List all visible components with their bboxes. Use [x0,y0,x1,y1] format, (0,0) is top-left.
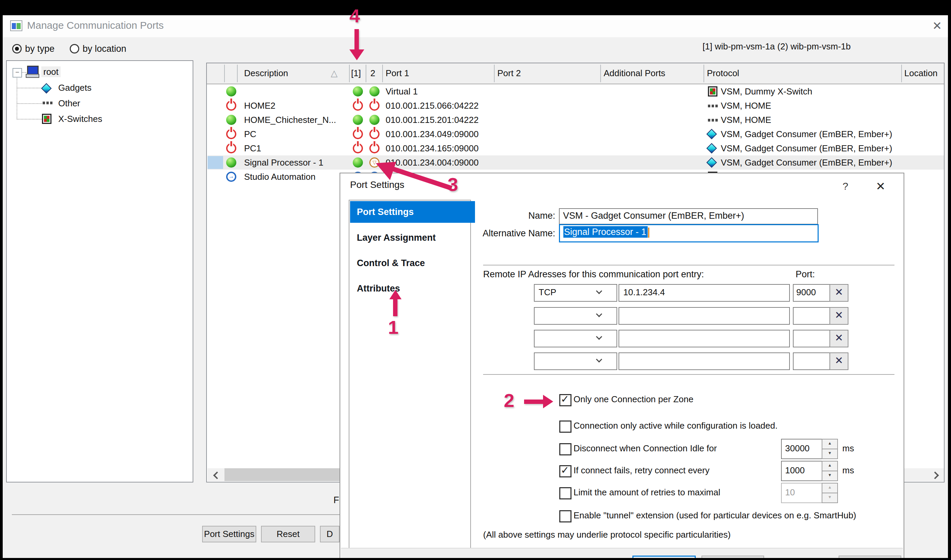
name-label: Name: [442,211,555,221]
ip-address-field[interactable] [619,307,790,325]
row-protocol-icon [708,105,718,108]
row-protocol: VSM, HOME [721,98,910,113]
port-field[interactable] [793,307,830,325]
col-backup-server[interactable]: 2 [370,63,375,83]
tree-item-root[interactable]: root [41,66,61,77]
col-description[interactable]: Description [244,63,288,83]
disconnect-idle-checkbox[interactable] [559,443,571,455]
table-row[interactable]: PC1 010.001.234.165:09000 VSM, Gadget Co… [208,141,944,155]
tree-collapse-toggle[interactable]: − [12,68,22,77]
row-backup-status-icon [369,86,380,97]
row-protocol: VSM, Gadget Consumer (EmBER, Ember+) [721,141,910,155]
protocol-select[interactable] [534,307,617,325]
nav-attributes[interactable]: Attributes [350,278,475,299]
col-location[interactable]: Location [904,63,937,83]
col-additional-ports[interactable]: Additional Ports [604,63,665,83]
max-retries-spin-buttons[interactable]: ▲▼ [822,483,837,502]
scroll-right-button[interactable] [928,468,944,481]
name-field[interactable]: VSM - Gadget Consumer (EmBER, Ember+) [559,208,818,225]
tree-item-gadgets[interactable]: Gadgets [58,82,91,93]
connection-only-active-label: Connection only active while configurati… [574,420,778,431]
table-row[interactable]: PC 010.001.234.049:09000 VSM, Gadget Con… [208,127,944,141]
separator-line [483,265,894,265]
row-protocol-icon [708,86,717,97]
dialog-close-button[interactable]: ✕ [873,178,889,194]
sort-ascending-icon[interactable]: △ [331,68,337,78]
row-backup-status-icon [369,129,380,139]
port-field[interactable] [793,352,830,370]
protocol-select[interactable] [534,330,617,348]
clipped-button[interactable]: D [320,526,340,542]
delete-row-button[interactable]: ✕ [829,307,848,325]
retry-connect-checkbox[interactable] [559,465,571,477]
table-row-selected[interactable]: Signal Processor - 1 010.001.234.004:090… [208,155,944,170]
tunnel-extension-label: Enable "tunnel" extension (used for part… [574,510,856,521]
nav-control-trace[interactable]: Control & Trace [350,252,475,274]
device-tree-panel[interactable]: − root Gadgets Other X-Switches [6,60,193,483]
col-protocol[interactable]: Protocol [707,63,739,83]
row-port1: 010.001.215.201:04222 [386,113,494,127]
row-backup-status-icon [369,100,380,111]
row-status-icon [226,172,236,182]
limit-retries-checkbox[interactable] [559,487,571,499]
row-description: HOME_Chichester_N... [244,113,349,127]
annotation-arrow-2-head [543,395,553,408]
by-type-radio[interactable] [12,44,22,54]
tunnel-extension-checkbox[interactable] [559,510,571,522]
row-main-status-icon [353,129,363,139]
table-row[interactable]: HOME2 010.001.215.066:04222 VSM, HOME [208,98,944,113]
col-port2[interactable]: Port 2 [497,63,521,83]
reset-button[interactable]: Reset [261,526,315,542]
table-row[interactable]: Virtual 1 VSM, Dummy X-Switch [208,84,944,98]
app-window-icon [10,20,22,31]
window-close-button[interactable]: ✕ [929,18,945,34]
row-port1: 010.001.234.049:09000 [386,127,494,141]
row-port1: 010.001.215.066:04222 [386,98,494,113]
col-main-server[interactable]: [1] [351,63,361,83]
screenshot-frame-left [0,0,3,560]
by-location-radio[interactable] [70,44,79,54]
port-settings-dialog: Port Settings ? ✕ Port Settings Layer As… [340,173,904,560]
row-protocol: VSM, HOME [721,113,910,127]
col-port1[interactable]: Port 1 [386,63,409,83]
idle-ms-spin-buttons[interactable]: ▲▼ [822,439,837,458]
protocol-select[interactable]: TCP [534,284,617,302]
dialog-help-button[interactable]: ? [838,179,853,194]
ip-address-field[interactable]: 10.1.234.4 [619,284,790,302]
connection-only-active-checkbox[interactable] [559,420,571,433]
max-retries-spinner[interactable]: 10 [781,483,826,503]
row-port1: Virtual 1 [386,84,494,98]
table-header[interactable]: Description △ [1] 2 Port 1 Port 2 Additi… [207,63,944,84]
idle-ms-unit: ms [842,443,854,454]
protocol-select[interactable] [534,352,617,370]
row-main-status-icon [353,157,363,168]
tree-item-xswitches[interactable]: X-Switches [58,114,102,124]
port-field[interactable] [793,330,830,348]
screenshot-frame-bottom [0,558,951,560]
delete-row-button[interactable]: ✕ [829,352,848,370]
delete-row-button[interactable]: ✕ [829,284,848,302]
screenshot-frame-right [948,0,951,560]
row-description: HOME2 [244,98,349,113]
retry-ms-spin-buttons[interactable]: ▲▼ [822,461,837,480]
dialog-nav[interactable]: Port Settings Layer Assignment Control &… [349,200,471,555]
port-settings-button[interactable]: Port Settings [202,526,256,542]
retry-ms-spinner[interactable]: 1000 [781,461,826,481]
tree-connector-line [17,103,42,104]
table-row[interactable]: HOME_Chichester_N... 010.001.215.201:042… [208,113,944,127]
ip-address-field[interactable] [619,330,790,348]
disconnect-idle-label: Disconnect when Connection Idle for [574,443,717,454]
annotation-arrow-1-shaft [393,298,397,316]
row-backup-status-icon [369,115,380,125]
row-protocol-icon [706,157,717,168]
only-one-connection-checkbox[interactable] [559,394,571,406]
port-field[interactable]: 9000 [793,284,830,302]
row-description: PC [244,127,349,141]
scroll-left-button[interactable] [208,468,224,481]
idle-ms-spinner[interactable]: 30000 [781,439,826,459]
tree-item-other[interactable]: Other [58,98,80,109]
annotation-number-2: 2 [504,389,514,411]
delete-row-button[interactable]: ✕ [829,330,848,348]
alternative-name-field[interactable]: Signal Processor - 1 [559,224,819,242]
ip-address-field[interactable] [619,352,790,370]
